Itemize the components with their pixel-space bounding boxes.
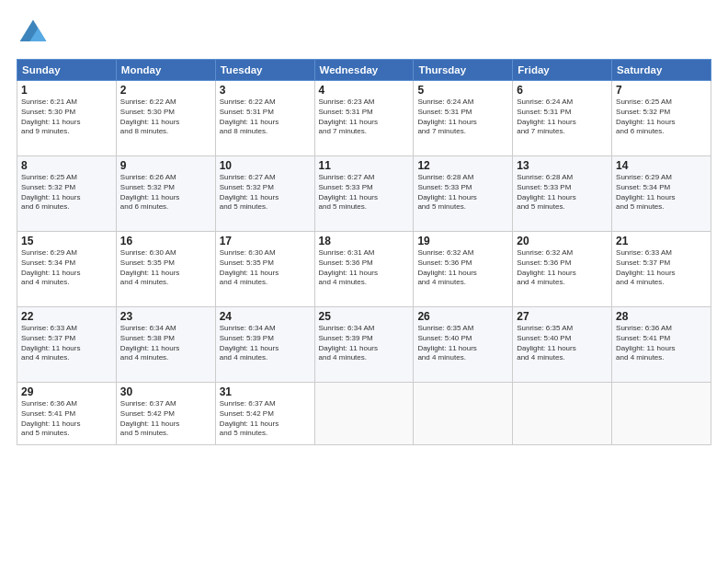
day-number: 15: [21, 235, 112, 247]
weekday-header: Saturday: [612, 60, 711, 81]
day-number: 21: [616, 235, 707, 247]
day-number: 26: [417, 310, 508, 323]
day-info: Sunrise: 6:25 AM Sunset: 5:32 PM Dayligh…: [21, 173, 112, 213]
day-info: Sunrise: 6:27 AM Sunset: 5:32 PM Dayligh…: [220, 173, 311, 213]
day-info: Sunrise: 6:24 AM Sunset: 5:31 PM Dayligh…: [517, 98, 608, 137]
calendar-cell: 1Sunrise: 6:21 AM Sunset: 5:30 PM Daylig…: [17, 81, 117, 156]
day-info: Sunrise: 6:29 AM Sunset: 5:34 PM Dayligh…: [21, 248, 112, 288]
calendar-cell: 29Sunrise: 6:36 AM Sunset: 5:41 PM Dayli…: [17, 383, 117, 445]
day-info: Sunrise: 6:29 AM Sunset: 5:34 PM Dayligh…: [616, 173, 707, 213]
calendar-cell: 18Sunrise: 6:31 AM Sunset: 5:36 PM Dayli…: [314, 232, 414, 307]
day-info: Sunrise: 6:27 AM Sunset: 5:33 PM Dayligh…: [319, 173, 410, 213]
day-info: Sunrise: 6:37 AM Sunset: 5:42 PM Dayligh…: [220, 399, 311, 439]
day-number: 11: [319, 159, 410, 172]
calendar-week-row: 22Sunrise: 6:33 AM Sunset: 5:37 PM Dayli…: [17, 307, 711, 383]
calendar-cell: 5Sunrise: 6:24 AM Sunset: 5:31 PM Daylig…: [414, 81, 513, 156]
calendar-cell: 31Sunrise: 6:37 AM Sunset: 5:42 PM Dayli…: [215, 383, 314, 445]
calendar-cell: [314, 383, 414, 445]
day-number: 24: [220, 310, 311, 323]
day-info: Sunrise: 6:28 AM Sunset: 5:33 PM Dayligh…: [517, 173, 608, 213]
day-info: Sunrise: 6:30 AM Sunset: 5:35 PM Dayligh…: [220, 248, 311, 288]
calendar-cell: 16Sunrise: 6:30 AM Sunset: 5:35 PM Dayli…: [116, 232, 215, 307]
day-info: Sunrise: 6:35 AM Sunset: 5:40 PM Dayligh…: [517, 324, 608, 363]
weekday-header: Friday: [513, 60, 612, 81]
day-info: Sunrise: 6:31 AM Sunset: 5:36 PM Dayligh…: [319, 248, 410, 288]
calendar-cell: 3Sunrise: 6:22 AM Sunset: 5:31 PM Daylig…: [215, 81, 314, 156]
calendar-cell: 25Sunrise: 6:34 AM Sunset: 5:39 PM Dayli…: [314, 307, 414, 383]
day-info: Sunrise: 6:34 AM Sunset: 5:38 PM Dayligh…: [120, 324, 211, 363]
calendar-cell: 28Sunrise: 6:36 AM Sunset: 5:41 PM Dayli…: [612, 307, 711, 383]
calendar-cell: 12Sunrise: 6:28 AM Sunset: 5:33 PM Dayli…: [414, 156, 513, 232]
calendar-cell: 17Sunrise: 6:30 AM Sunset: 5:35 PM Dayli…: [215, 232, 314, 307]
calendar-week-row: 8Sunrise: 6:25 AM Sunset: 5:32 PM Daylig…: [17, 156, 711, 232]
header: [17, 17, 711, 50]
day-info: Sunrise: 6:25 AM Sunset: 5:32 PM Dayligh…: [616, 98, 707, 137]
calendar-cell: 4Sunrise: 6:23 AM Sunset: 5:31 PM Daylig…: [314, 81, 414, 156]
day-number: 16: [120, 235, 211, 247]
day-info: Sunrise: 6:33 AM Sunset: 5:37 PM Dayligh…: [21, 324, 112, 363]
logo-icon: [17, 17, 50, 50]
day-info: Sunrise: 6:36 AM Sunset: 5:41 PM Dayligh…: [616, 324, 707, 363]
day-info: Sunrise: 6:36 AM Sunset: 5:41 PM Dayligh…: [21, 399, 112, 439]
calendar-cell: 8Sunrise: 6:25 AM Sunset: 5:32 PM Daylig…: [17, 156, 117, 232]
day-number: 17: [220, 235, 311, 247]
calendar-cell: 22Sunrise: 6:33 AM Sunset: 5:37 PM Dayli…: [17, 307, 117, 383]
calendar-week-row: 1Sunrise: 6:21 AM Sunset: 5:30 PM Daylig…: [17, 81, 711, 156]
day-number: 13: [517, 159, 608, 172]
weekday-header: Monday: [116, 60, 215, 81]
day-info: Sunrise: 6:37 AM Sunset: 5:42 PM Dayligh…: [120, 399, 211, 439]
calendar-cell: 23Sunrise: 6:34 AM Sunset: 5:38 PM Dayli…: [116, 307, 215, 383]
day-info: Sunrise: 6:22 AM Sunset: 5:30 PM Dayligh…: [120, 98, 211, 137]
day-number: 7: [616, 84, 707, 97]
calendar-cell: 11Sunrise: 6:27 AM Sunset: 5:33 PM Dayli…: [314, 156, 414, 232]
day-info: Sunrise: 6:30 AM Sunset: 5:35 PM Dayligh…: [120, 248, 211, 288]
day-number: 1: [21, 84, 112, 97]
calendar-header-row: SundayMondayTuesdayWednesdayThursdayFrid…: [17, 60, 711, 81]
calendar-cell: 2Sunrise: 6:22 AM Sunset: 5:30 PM Daylig…: [116, 81, 215, 156]
day-number: 12: [417, 159, 508, 172]
day-number: 9: [120, 159, 211, 172]
day-info: Sunrise: 6:22 AM Sunset: 5:31 PM Dayligh…: [220, 98, 311, 137]
weekday-header: Thursday: [414, 60, 513, 81]
calendar-week-row: 29Sunrise: 6:36 AM Sunset: 5:41 PM Dayli…: [17, 383, 711, 445]
day-number: 22: [21, 310, 112, 323]
day-number: 8: [21, 159, 112, 172]
calendar-cell: 7Sunrise: 6:25 AM Sunset: 5:32 PM Daylig…: [612, 81, 711, 156]
calendar-week-row: 15Sunrise: 6:29 AM Sunset: 5:34 PM Dayli…: [17, 232, 711, 307]
calendar-cell: 9Sunrise: 6:26 AM Sunset: 5:32 PM Daylig…: [116, 156, 215, 232]
day-number: 10: [220, 159, 311, 172]
day-info: Sunrise: 6:24 AM Sunset: 5:31 PM Dayligh…: [417, 98, 508, 137]
calendar-cell: 13Sunrise: 6:28 AM Sunset: 5:33 PM Dayli…: [513, 156, 612, 232]
calendar-cell: 10Sunrise: 6:27 AM Sunset: 5:32 PM Dayli…: [215, 156, 314, 232]
calendar-cell: 15Sunrise: 6:29 AM Sunset: 5:34 PM Dayli…: [17, 232, 117, 307]
day-number: 14: [616, 159, 707, 172]
day-info: Sunrise: 6:34 AM Sunset: 5:39 PM Dayligh…: [319, 324, 410, 363]
day-number: 31: [220, 385, 311, 398]
calendar-cell: 14Sunrise: 6:29 AM Sunset: 5:34 PM Dayli…: [612, 156, 711, 232]
day-number: 20: [517, 235, 608, 247]
day-info: Sunrise: 6:21 AM Sunset: 5:30 PM Dayligh…: [21, 98, 112, 137]
day-number: 28: [616, 310, 707, 323]
day-info: Sunrise: 6:26 AM Sunset: 5:32 PM Dayligh…: [120, 173, 211, 213]
calendar-cell: 19Sunrise: 6:32 AM Sunset: 5:36 PM Dayli…: [414, 232, 513, 307]
day-info: Sunrise: 6:33 AM Sunset: 5:37 PM Dayligh…: [616, 248, 707, 288]
weekday-header: Wednesday: [314, 60, 414, 81]
day-number: 2: [120, 84, 211, 97]
calendar-table: SundayMondayTuesdayWednesdayThursdayFrid…: [17, 59, 711, 445]
logo: [17, 17, 53, 50]
calendar-cell: 20Sunrise: 6:32 AM Sunset: 5:36 PM Dayli…: [513, 232, 612, 307]
day-info: Sunrise: 6:23 AM Sunset: 5:31 PM Dayligh…: [319, 98, 410, 137]
day-number: 3: [220, 84, 311, 97]
calendar-cell: 27Sunrise: 6:35 AM Sunset: 5:40 PM Dayli…: [513, 307, 612, 383]
day-info: Sunrise: 6:32 AM Sunset: 5:36 PM Dayligh…: [517, 248, 608, 288]
day-number: 25: [319, 310, 410, 323]
day-number: 27: [517, 310, 608, 323]
day-info: Sunrise: 6:35 AM Sunset: 5:40 PM Dayligh…: [417, 324, 508, 363]
calendar-cell: [513, 383, 612, 445]
day-number: 4: [319, 84, 410, 97]
day-info: Sunrise: 6:32 AM Sunset: 5:36 PM Dayligh…: [417, 248, 508, 288]
day-info: Sunrise: 6:28 AM Sunset: 5:33 PM Dayligh…: [417, 173, 508, 213]
day-number: 5: [417, 84, 508, 97]
weekday-header: Sunday: [17, 60, 117, 81]
calendar-cell: 24Sunrise: 6:34 AM Sunset: 5:39 PM Dayli…: [215, 307, 314, 383]
